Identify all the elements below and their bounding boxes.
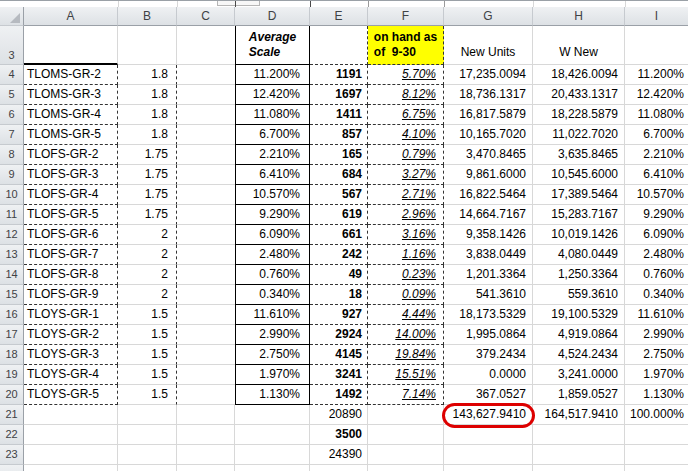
cell-B4[interactable]: 1.8 [118,65,177,85]
cell-G17[interactable]: 1,995.0864 [444,325,533,345]
cell-I22[interactable] [625,425,688,445]
cell-C17[interactable] [177,325,235,345]
cell-I23[interactable] [625,445,688,465]
cell-C11[interactable] [177,205,235,225]
cell-E10[interactable]: 567 [310,185,368,205]
cell-E6[interactable]: 1411 [310,105,368,125]
cell-E18[interactable]: 4145 [310,345,368,365]
cell-D18[interactable]: 2.750% [235,345,310,365]
cell-F15[interactable]: 0.09% [368,285,444,305]
cell-Cpartial[interactable] [177,465,235,471]
cell-C10[interactable] [177,185,235,205]
cell-A22[interactable] [24,425,118,445]
cell-H12[interactable]: 10,019.1426 [533,225,625,245]
cell-I21[interactable]: 100.000% [625,405,688,425]
cell-F20[interactable]: 7.14% [368,385,444,405]
cell-D21[interactable] [235,405,310,425]
cell-A6[interactable]: TLOMS-GR-4 [24,105,118,125]
cell-H16[interactable]: 19,100.5329 [533,305,625,325]
cell-I9[interactable]: 6.410% [625,165,688,185]
cell-B19[interactable]: 1.5 [118,365,177,385]
cell-G22[interactable] [444,425,533,445]
cell-D17[interactable]: 2.990% [235,325,310,345]
cell-H15[interactable]: 559.3610 [533,285,625,305]
cell-A9[interactable]: TLOFS-GR-3 [24,165,118,185]
row-header-5[interactable]: 5 [0,85,24,105]
cell-G20[interactable]: 367.0527 [444,385,533,405]
cell-Gpartial[interactable] [444,465,533,471]
row-header-15[interactable]: 15 [0,285,24,305]
row-header-11[interactable]: 11 [0,205,24,225]
cell-F18[interactable]: 19.84% [368,345,444,365]
cell-B15[interactable]: 2 [118,285,177,305]
cell-D15[interactable]: 0.340% [235,285,310,305]
cell-B21[interactable] [118,405,177,425]
cell-I17[interactable]: 2.990% [625,325,688,345]
cell-C15[interactable] [177,285,235,305]
cell-B14[interactable]: 2 [118,265,177,285]
cell-G11[interactable]: 14,664.7167 [444,205,533,225]
cell-B16[interactable]: 1.5 [118,305,177,325]
cell-F19[interactable]: 15.51% [368,365,444,385]
row-header-20[interactable]: 20 [0,385,24,405]
cell-B22[interactable] [118,425,177,445]
cell-G15[interactable]: 541.3610 [444,285,533,305]
cell-C23[interactable] [177,445,235,465]
cell-E20[interactable]: 1492 [310,385,368,405]
cell-B17[interactable]: 1.5 [118,325,177,345]
cell-E11[interactable]: 619 [310,205,368,225]
cell-A12[interactable]: TLOFS-GR-6 [24,225,118,245]
cell-E4[interactable]: 1191 [310,65,368,85]
cell-G14[interactable]: 1,201.3364 [444,265,533,285]
cell-Dpartial[interactable] [235,465,310,471]
cell-I3[interactable] [625,26,688,65]
cell-I15[interactable]: 0.340% [625,285,688,305]
cell-D22[interactable] [235,425,310,445]
cell-G7[interactable]: 10,165.7020 [444,125,533,145]
cell-E16[interactable]: 927 [310,305,368,325]
cell-A8[interactable]: TLOFS-GR-2 [24,145,118,165]
cell-G21-circled-total[interactable]: 143,627.9410 [444,405,533,425]
select-all-button[interactable] [0,7,24,26]
cell-A16[interactable]: TLOYS-GR-1 [24,305,118,325]
cell-F7[interactable]: 4.10% [368,125,444,145]
cell-H8[interactable]: 3,635.8465 [533,145,625,165]
cell-E3[interactable] [310,26,368,65]
cell-I7[interactable]: 6.700% [625,125,688,145]
cell-Fpartial[interactable] [368,465,444,471]
cell-A15[interactable]: TLOFS-GR-9 [24,285,118,305]
cell-E8[interactable]: 165 [310,145,368,165]
cell-H18[interactable]: 4,524.2434 [533,345,625,365]
cell-B6[interactable]: 1.8 [118,105,177,125]
row-header-7[interactable]: 7 [0,125,24,145]
cell-I6[interactable]: 11.080% [625,105,688,125]
cell-A4[interactable]: TLOMS-GR-2 [24,65,118,85]
cell-B13[interactable]: 2 [118,245,177,265]
cell-F12[interactable]: 3.16% [368,225,444,245]
cell-A23[interactable] [24,445,118,465]
column-header-G[interactable]: G [444,7,533,26]
cell-Epartial[interactable] [310,465,368,471]
cell-A19[interactable]: TLOYS-GR-4 [24,365,118,385]
cell-A20[interactable]: TLOYS-GR-5 [24,385,118,405]
cell-D11[interactable]: 9.290% [235,205,310,225]
cell-B12[interactable]: 2 [118,225,177,245]
cell-H11[interactable]: 15,283.7167 [533,205,625,225]
row-header-12[interactable]: 12 [0,225,24,245]
cell-G13[interactable]: 3,838.0449 [444,245,533,265]
cell-C22[interactable] [177,425,235,445]
cell-H21[interactable]: 164,517.9410 [533,405,625,425]
cell-C6[interactable] [177,105,235,125]
cell-E22[interactable]: 3500 [310,425,368,445]
row-header-13[interactable]: 13 [0,245,24,265]
cell-H19[interactable]: 3,241.0000 [533,365,625,385]
cell-A17[interactable]: TLOYS-GR-2 [24,325,118,345]
cell-G10[interactable]: 16,822.5464 [444,185,533,205]
cell-G8[interactable]: 3,470.8465 [444,145,533,165]
cell-C12[interactable] [177,225,235,245]
cell-G12[interactable]: 9,358.1426 [444,225,533,245]
row-header-10[interactable]: 10 [0,185,24,205]
cell-F16[interactable]: 4.44% [368,305,444,325]
cell-C9[interactable] [177,165,235,185]
cell-C4[interactable] [177,65,235,85]
